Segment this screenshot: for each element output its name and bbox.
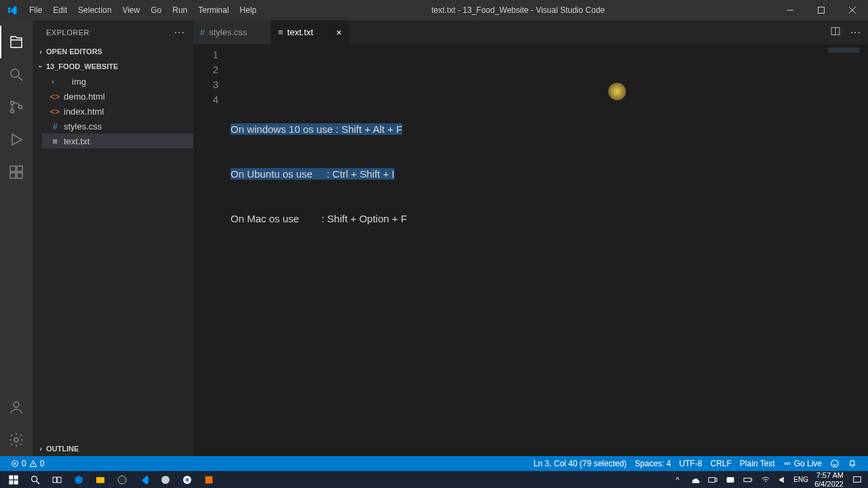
status-spaces[interactable]: Spaces: 4 — [631, 459, 675, 468]
account-icon[interactable] — [0, 391, 33, 424]
extensions-icon[interactable] — [0, 156, 33, 188]
taskbar-app-chrome[interactable] — [176, 471, 198, 488]
menu-run[interactable]: Run — [167, 0, 193, 20]
chevron-right-icon: › — [35, 445, 46, 453]
close-button[interactable] — [837, 0, 868, 20]
status-errors[interactable]: 0 0 — [7, 459, 48, 468]
status-bell-icon[interactable] — [844, 459, 861, 468]
tray-onedrive-icon[interactable] — [687, 471, 703, 488]
menu-file[interactable]: File — [24, 0, 47, 20]
project-header[interactable]: › 13_FOOD_WEBSITE — [33, 59, 193, 74]
tray-clock[interactable]: 7:57 AM 6/4/2022 — [810, 471, 848, 487]
menu-edit[interactable]: Edit — [47, 0, 73, 20]
tree-file-demo[interactable]: <> demo.html — [42, 89, 193, 104]
editor-body[interactable]: 1 2 3 4 On windows 10 os use : Shift + A… — [193, 44, 868, 456]
svg-point-14 — [14, 402, 19, 407]
tree-folder-img[interactable]: › img — [42, 74, 193, 89]
explorer-icon[interactable] — [0, 26, 33, 58]
taskbar-app-vscode[interactable] — [133, 471, 155, 488]
line-numbers: 1 2 3 4 — [193, 44, 231, 456]
tray-notifications-icon[interactable] — [849, 471, 865, 488]
window-title: text.txt - 13_Food_Website - Visual Stud… — [262, 5, 774, 15]
settings-icon[interactable] — [0, 424, 33, 456]
maximize-button[interactable] — [806, 0, 837, 20]
outline-label: OUTLINE — [46, 445, 79, 453]
svg-rect-25 — [14, 475, 18, 479]
tree-file-styles[interactable]: # styles.css — [42, 119, 193, 134]
file-tree: › img <> demo.html <> index.html # style… — [33, 74, 193, 148]
search-icon[interactable] — [0, 58, 33, 91]
chevron-right-icon: › — [49, 78, 57, 85]
svg-line-5 — [18, 77, 22, 81]
menu-help[interactable]: Help — [235, 0, 262, 20]
svg-point-34 — [118, 476, 126, 484]
tab-label: text.txt — [288, 27, 313, 37]
menu-view[interactable]: View — [117, 0, 145, 20]
windows-taskbar: ^ ENG 7:57 AM 6/4/2022 — [0, 471, 868, 488]
status-eol[interactable]: CRLF — [706, 459, 735, 468]
tab-text[interactable]: ≡ text.txt × — [271, 20, 349, 44]
svg-rect-38 — [205, 476, 213, 483]
start-button[interactable] — [3, 471, 24, 488]
status-encoding[interactable]: UTF-8 — [675, 459, 706, 468]
css-file-icon: # — [200, 27, 205, 37]
taskbar-app-explorer[interactable] — [90, 471, 111, 488]
tree-file-index[interactable]: <> index.html — [42, 104, 193, 119]
taskbar-app-edge[interactable] — [68, 471, 90, 488]
status-bar: 0 0 Ln 3, Col 40 (79 selected) Spaces: 4… — [0, 456, 868, 471]
tray-language-icon[interactable]: ENG — [793, 471, 809, 488]
svg-point-22 — [786, 463, 788, 465]
close-tab-icon[interactable]: × — [331, 27, 342, 38]
svg-point-23 — [831, 460, 839, 468]
taskbar-search-icon[interactable] — [24, 471, 46, 488]
svg-rect-33 — [96, 477, 104, 483]
source-control-icon[interactable] — [0, 91, 33, 123]
menu-terminal[interactable]: Terminal — [193, 0, 234, 20]
svg-rect-12 — [10, 173, 16, 178]
open-editors-header[interactable]: › OPEN EDITORS — [33, 44, 193, 59]
editor-area: # styles.css ≡ text.txt × ··· 1 2 3 4 — [193, 20, 868, 456]
tab-styles[interactable]: # styles.css — [193, 20, 271, 44]
status-golive[interactable]: Go Live — [779, 459, 826, 468]
code-content[interactable]: On windows 10 os use : Shift + Alt + F O… — [231, 44, 868, 456]
svg-point-35 — [161, 476, 170, 484]
status-feedback-icon[interactable] — [826, 459, 844, 468]
svg-rect-1 — [818, 7, 825, 14]
minimize-button[interactable] — [774, 0, 806, 20]
system-tray: ^ ENG 7:57 AM 6/4/2022 — [669, 471, 865, 488]
menu-go[interactable]: Go — [145, 0, 167, 20]
status-language[interactable]: Plain Text — [736, 459, 779, 468]
split-editor-icon[interactable] — [830, 26, 841, 39]
svg-point-6 — [11, 102, 14, 105]
minimap[interactable] — [828, 47, 860, 53]
debug-icon[interactable] — [0, 123, 33, 156]
more-icon[interactable]: ··· — [174, 26, 185, 39]
html-file-icon: <> — [49, 92, 61, 102]
svg-rect-41 — [744, 478, 751, 481]
tray-volume-icon[interactable] — [775, 471, 791, 488]
tree-item-label: index.html — [64, 106, 104, 117]
tab-label: styles.css — [209, 27, 247, 37]
tree-item-label: styles.css — [64, 121, 102, 131]
tray-battery-icon[interactable] — [740, 471, 756, 488]
tray-chevron-icon[interactable]: ^ — [669, 471, 686, 488]
outline-header[interactable]: › OUTLINE — [33, 441, 193, 456]
svg-point-7 — [11, 110, 14, 113]
svg-rect-40 — [727, 477, 734, 483]
status-cursor[interactable]: Ln 3, Col 40 (79 selected) — [530, 459, 631, 468]
menu-selection[interactable]: Selection — [73, 0, 117, 20]
tree-item-label: demo.html — [64, 92, 105, 102]
taskbar-app[interactable] — [111, 471, 133, 488]
taskbar-app[interactable] — [155, 471, 176, 488]
svg-rect-30 — [53, 477, 56, 483]
tray-camera-icon[interactable] — [705, 471, 721, 488]
window-controls — [774, 0, 868, 20]
tray-meet-icon[interactable] — [722, 471, 738, 488]
taskbar-app[interactable] — [198, 471, 220, 488]
txt-file-icon: ≡ — [278, 27, 283, 37]
more-actions-icon[interactable]: ··· — [850, 26, 861, 39]
svg-rect-31 — [58, 477, 61, 483]
tray-wifi-icon[interactable] — [757, 471, 774, 488]
tree-file-text[interactable]: ≡ text.txt — [42, 134, 193, 148]
task-view-icon[interactable] — [46, 471, 68, 488]
